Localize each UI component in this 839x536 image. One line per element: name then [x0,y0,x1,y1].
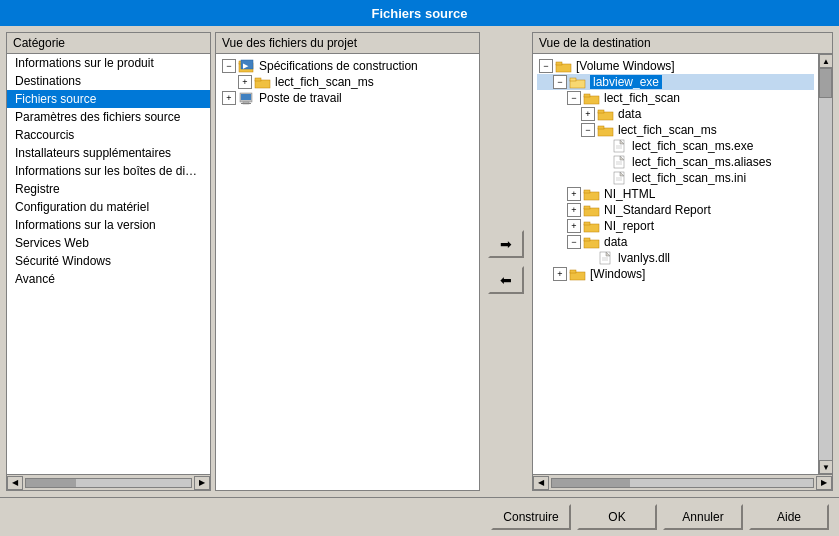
dest-vscroll[interactable]: ▲ ▼ [818,54,832,474]
dest-tree-label-13: [Windows] [590,267,645,281]
expand-btn-1[interactable]: + [238,75,252,89]
category-item-7[interactable]: Registre [7,180,210,198]
dest-folder-icon-11 [583,235,601,249]
buildspec-icon-0: ▶ [238,59,256,73]
dest-tree-label-1: labview_exe [590,75,662,89]
category-item-0[interactable]: Informations sur le produit [7,54,210,72]
category-item-5[interactable]: Installateurs supplémentaires [7,144,210,162]
dest-tree-item-10[interactable]: + NI_report [537,218,814,234]
category-item-12[interactable]: Avancé [7,270,210,288]
project-tree-item-0[interactable]: − ▶ Spécifications de construction [220,58,475,74]
dest-folder-icon-3 [597,107,615,121]
dest-expand-btn-1[interactable]: − [553,75,567,89]
dest-folder-icon-1 [569,75,587,89]
dest-scroll-left-btn[interactable]: ◀ [533,476,549,490]
dest-expand-btn-13[interactable]: + [553,267,567,281]
bottom-bar: Construire OK Annuler Aide [0,497,839,536]
vscroll-thumb[interactable] [819,68,832,98]
svg-rect-13 [570,78,576,81]
dest-tree-item-1[interactable]: − labview_exe [537,74,814,90]
scroll-left-btn[interactable]: ◀ [7,476,23,490]
category-item-11[interactable]: Sécurité Windows [7,252,210,270]
vscroll-track[interactable] [819,68,832,460]
dest-expand-btn-0[interactable]: − [539,59,553,73]
dest-expand-btn-2[interactable]: − [567,91,581,105]
dest-tree-label-3: data [618,107,641,121]
project-panel-scroll: − ▶ Spécifications de construction+ lect… [216,54,479,490]
category-item-2[interactable]: Fichiers source [7,90,210,108]
dest-tree-label-12: lvanlys.dll [618,251,670,265]
vscroll-up-btn[interactable]: ▲ [819,54,832,68]
dest-tree-item-6[interactable]: lect_fich_scan_ms.aliases [537,154,814,170]
dest-folder-icon-8 [583,187,601,201]
dest-tree-item-5[interactable]: lect_fich_scan_ms.exe [537,138,814,154]
svg-rect-35 [584,206,590,209]
workstation-icon-2 [238,91,256,105]
project-tree-item-1[interactable]: + lect_fich_scan_ms [220,74,475,90]
dest-expand-btn-8[interactable]: + [567,187,581,201]
arrow-right-btn[interactable]: ➡ [488,230,524,258]
folder-icon-1 [254,75,272,89]
category-item-1[interactable]: Destinations [7,72,210,90]
title-text: Fichiers source [371,6,467,21]
dest-expand-btn-4[interactable]: − [581,123,595,137]
dest-folder-icon-10 [583,219,601,233]
construire-button[interactable]: Construire [491,504,571,530]
dest-expand-btn-10[interactable]: + [567,219,581,233]
project-tree[interactable]: − ▶ Spécifications de construction+ lect… [216,54,479,490]
scroll-right-btn[interactable]: ▶ [194,476,210,490]
arrow-left-btn[interactable]: ⬅ [488,266,524,294]
category-list: Informations sur le produitDestinationsF… [7,54,210,474]
aide-button[interactable]: Aide [749,504,829,530]
dest-expand-btn-9[interactable]: + [567,203,581,217]
dest-expand-btn-3[interactable]: + [581,107,595,121]
ok-button[interactable]: OK [577,504,657,530]
middle-area: Vue des fichiers du projet − ▶ Spécifica… [215,32,833,491]
dest-tree-item-7[interactable]: lect_fich_scan_ms.ini [537,170,814,186]
svg-rect-11 [556,62,562,65]
category-item-9[interactable]: Informations sur la version [7,216,210,234]
hscroll-track-left[interactable] [23,476,194,490]
dest-tree[interactable]: − [Volume Windows]− labview_exe− lect_fi… [533,54,818,474]
dest-expand-btn-11[interactable]: − [567,235,581,249]
vscroll-down-btn[interactable]: ▼ [819,460,832,474]
dest-tree-label-6: lect_fich_scan_ms.aliases [632,155,771,169]
dest-tree-item-12[interactable]: lvanlys.dll [537,250,814,266]
expand-btn-2[interactable]: + [222,91,236,105]
dest-tree-item-3[interactable]: + data [537,106,814,122]
dest-tree-label-7: lect_fich_scan_ms.ini [632,171,746,185]
dest-tree-label-8: NI_HTML [604,187,655,201]
arrow-right-icon: ➡ [500,236,512,252]
svg-rect-45 [570,270,576,273]
dest-file-icon-7 [611,171,629,185]
project-tree-item-2[interactable]: + Poste de travail [220,90,475,106]
dest-tree-label-4: lect_fich_scan_ms [618,123,717,137]
svg-rect-39 [584,238,590,241]
dest-tree-item-4[interactable]: − lect_fich_scan_ms [537,122,814,138]
category-item-6[interactable]: Informations sur les boîtes de dialo... [7,162,210,180]
dest-hscroll[interactable] [549,476,816,490]
category-item-10[interactable]: Services Web [7,234,210,252]
dest-file-icon-12 [597,251,615,265]
category-item-4[interactable]: Raccourcis [7,126,210,144]
dest-scroll-right-btn[interactable]: ▶ [816,476,832,490]
expand-btn-0[interactable]: − [222,59,236,73]
dest-tree-item-13[interactable]: + [Windows] [537,266,814,282]
dest-tree-item-9[interactable]: + NI_Standard Report [537,202,814,218]
dest-folder-icon-4 [597,123,615,137]
dest-tree-item-11[interactable]: − data [537,234,814,250]
svg-rect-7 [241,94,251,100]
category-item-8[interactable]: Configuration du matériel [7,198,210,216]
category-item-3[interactable]: Paramètres des fichiers source [7,108,210,126]
tree-label-2: Poste de travail [259,91,342,105]
dest-tree-item-0[interactable]: − [Volume Windows] [537,58,814,74]
dest-tree-label-9: NI_Standard Report [604,203,711,217]
annuler-button[interactable]: Annuler [663,504,743,530]
dest-hscroll-area: ◀ ▶ [533,474,832,490]
dest-tree-item-8[interactable]: + NI_HTML [537,186,814,202]
dest-folder-icon-9 [583,203,601,217]
tree-label-0: Spécifications de construction [259,59,418,73]
left-scrollbar: ◀ ▶ [7,474,210,490]
dest-tree-item-2[interactable]: − lect_fich_scan [537,90,814,106]
dest-tree-label-11: data [604,235,627,249]
